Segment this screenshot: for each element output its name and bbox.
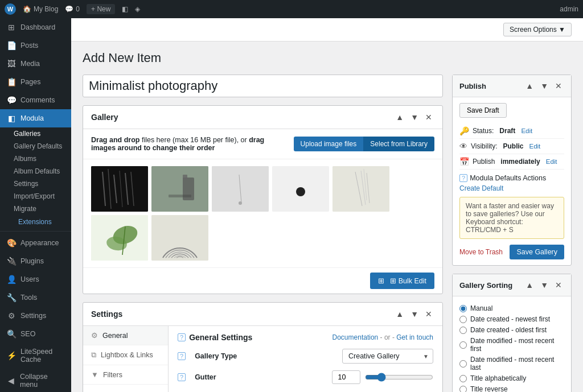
svg-rect-10: [169, 195, 191, 197]
documentation-link[interactable]: Documentation: [332, 333, 379, 341]
admin-bar-comments[interactable]: 💬 0: [65, 5, 80, 13]
gallery-panel-close-button[interactable]: ✕: [423, 112, 434, 123]
sort-manual[interactable]: Manual: [459, 304, 564, 312]
sidebar-item-media[interactable]: 🖼 Media: [0, 55, 71, 73]
sort-date-newest-radio[interactable]: [459, 316, 467, 323]
sidebar-item-dashboard[interactable]: ⊞ Dashboard: [0, 18, 71, 36]
move-trash-link[interactable]: Move to Trash: [459, 248, 503, 256]
sidebar-extensions-link[interactable]: Extensions: [0, 215, 71, 229]
sorting-panel-up-button[interactable]: ▲: [523, 279, 536, 291]
sidebar-item-plugins[interactable]: 🔌 Plugins: [0, 252, 71, 270]
sidebar-item-modula[interactable]: ◧ Modula: [0, 109, 71, 127]
gallery-thumb-2[interactable]: [151, 166, 208, 212]
sidebar-item-settings[interactable]: ⚙ Settings: [0, 307, 71, 325]
sort-date-oldest[interactable]: Date created - oldest first: [459, 326, 564, 334]
publish-panel-up-button[interactable]: ▲: [523, 80, 536, 92]
gutter-slider[interactable]: [365, 373, 433, 382]
wp-logo[interactable]: W: [5, 3, 16, 15]
sort-date-newest[interactable]: Date created - newest first: [459, 315, 564, 323]
publish-panel-close-button[interactable]: ✕: [553, 80, 564, 92]
status-icon: 🔑: [459, 126, 469, 135]
sort-manual-radio[interactable]: [459, 305, 467, 312]
settings-nav-general[interactable]: ⚙ General: [83, 326, 168, 345]
sidebar-sub-migrate[interactable]: Migrate: [0, 203, 71, 215]
main-content: Screen Options ▼ Add New Item Gallery ▲: [71, 18, 583, 392]
gallery-thumb-1[interactable]: [91, 166, 148, 212]
sort-title-reverse-radio[interactable]: [459, 386, 467, 393]
sort-date-oldest-radio[interactable]: [459, 327, 467, 334]
sidebar-sub-album-defaults[interactable]: Album Defaults: [0, 165, 71, 178]
admin-bar-site[interactable]: 🏠 My Blog: [23, 5, 58, 13]
sidebar-item-comments[interactable]: 💬 Comments: [0, 91, 71, 109]
media-icon: 🖼: [7, 59, 16, 68]
publish-panel-down-button[interactable]: ▼: [538, 80, 551, 92]
settings-panel-up-button[interactable]: ▲: [393, 308, 406, 320]
sort-title-alpha-radio[interactable]: [459, 375, 467, 382]
gallery-type-select[interactable]: Creative Gallery Masonry Slider Custom G…: [342, 349, 433, 364]
sidebar-item-appearance[interactable]: 🎨 Appearance: [0, 234, 71, 252]
gallery-panel-up-button[interactable]: ▲: [393, 112, 406, 123]
status-edit-link[interactable]: Edit: [521, 127, 532, 134]
sidebar-sub-settings[interactable]: Settings: [0, 178, 71, 190]
sidebar-item-tools[interactable]: 🔧 Tools: [0, 288, 71, 307]
sidebar-item-pages[interactable]: 📋 Pages: [0, 73, 71, 91]
visibility-value: Public: [503, 142, 523, 150]
sidebar-item-users[interactable]: 👤 Users: [0, 270, 71, 288]
sort-title-alpha[interactable]: Title alphabetically: [459, 374, 564, 382]
publish-panel-title: Publish: [459, 82, 486, 90]
sorting-panel-down-button[interactable]: ▼: [538, 279, 551, 291]
gallery-thumb-6[interactable]: [91, 215, 148, 261]
sidebar-sub-albums[interactable]: Albums: [0, 152, 71, 165]
bulk-edit-button[interactable]: ⊞ ⊞ Bulk Edit: [370, 273, 434, 289]
admin-bar-modula1[interactable]: ◧: [122, 5, 128, 13]
sort-modified-last-radio[interactable]: [459, 360, 467, 368]
sidebar-sub-import-export[interactable]: Import/Export: [0, 190, 71, 203]
gallery-title-input[interactable]: [83, 75, 443, 97]
publish-date-edit-link[interactable]: Edit: [546, 158, 557, 165]
sort-modified-last[interactable]: Date modified - most recent last: [459, 356, 564, 372]
sidebar-item-posts[interactable]: 📄 Posts: [0, 36, 71, 55]
sort-modified-recent[interactable]: Date modified - most recent first: [459, 337, 564, 353]
sidebar-sub-galleries[interactable]: Galleries: [0, 127, 71, 140]
settings-nav-filters[interactable]: ▼ Filters: [83, 365, 168, 385]
sort-modified-recent-radio[interactable]: [459, 341, 467, 349]
sort-title-reverse[interactable]: Title reverse: [459, 385, 564, 392]
save-draft-button[interactable]: Save Draft: [459, 103, 507, 118]
settings-panel-header[interactable]: Settings ▲ ▼ ✕: [83, 303, 442, 326]
general-settings-hint[interactable]: ?: [178, 333, 186, 341]
screen-options-button[interactable]: Screen Options ▼: [503, 23, 572, 36]
gallery-thumb-7[interactable]: [151, 215, 208, 261]
gallery-footer: ⊞ ⊞ Bulk Edit: [83, 267, 442, 294]
gallery-panel-header[interactable]: Gallery ▲ ▼ ✕: [83, 106, 442, 129]
admin-bar-new[interactable]: + New: [87, 4, 115, 14]
upload-image-button[interactable]: Upload image files: [294, 137, 364, 151]
gallery-panel-down-button[interactable]: ▼: [408, 112, 421, 123]
admin-bar-modula2[interactable]: ◈: [135, 5, 140, 13]
gallery-thumb-4[interactable]: [272, 166, 329, 212]
save-gallery-button[interactable]: Save Gallery: [510, 245, 564, 259]
sidebar-sub-gallery-defaults[interactable]: Gallery Defaults: [0, 140, 71, 152]
settings-panel-close-button[interactable]: ✕: [423, 308, 434, 320]
admin-bar-user[interactable]: admin: [560, 5, 578, 13]
sidebar-collapse-menu[interactable]: ◀ Collapse menu: [0, 368, 71, 392]
get-touch-link[interactable]: Get in touch: [396, 333, 433, 341]
gallery-sorting-body: Manual Date created - newest first Date …: [453, 296, 571, 392]
settings-nav-lightbox[interactable]: ⧉ Lightbox & Links: [83, 345, 168, 365]
sidebar-item-seo[interactable]: 🔍 SEO: [0, 325, 71, 343]
sidebar-item-litespeed[interactable]: ⚡ LiteSpeed Cache: [0, 343, 71, 368]
gallery-type-hint[interactable]: ?: [178, 352, 186, 360]
gallery-thumb-3[interactable]: [212, 166, 269, 212]
defaults-section: ? Modula Defaults Actions Create Default: [459, 174, 564, 192]
gutter-hint[interactable]: ?: [178, 373, 186, 381]
gallery-thumb-5[interactable]: [332, 166, 389, 212]
gutter-number-input[interactable]: [332, 370, 360, 384]
status-label: Status:: [473, 127, 494, 135]
settings-content: ⚙ General ⧉ Lightbox & Links ▼ Filters: [83, 326, 442, 392]
settings-filters-icon: ▼: [91, 370, 98, 379]
settings-panel-down-button[interactable]: ▼: [408, 308, 421, 320]
create-default-link[interactable]: Create Default: [459, 184, 564, 192]
select-library-button[interactable]: Select from Library: [363, 137, 434, 151]
visibility-edit-link[interactable]: Edit: [529, 143, 540, 150]
sorting-panel-close-button[interactable]: ✕: [553, 279, 564, 291]
gallery-sorting-header: Gallery Sorting ▲ ▼ ✕: [453, 274, 571, 296]
